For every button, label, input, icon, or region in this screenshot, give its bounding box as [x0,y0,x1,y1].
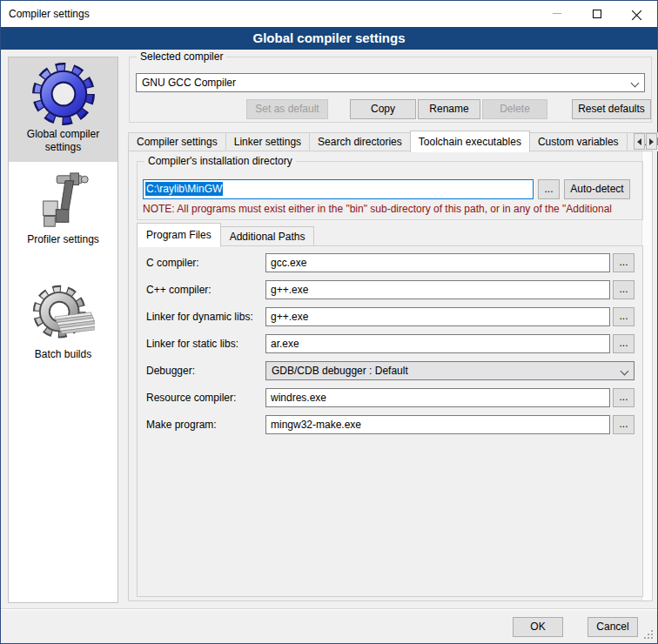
minimize-button[interactable] [537,1,577,26]
auto-detect-button[interactable]: Auto-detect [564,179,630,199]
linker-static-input[interactable] [265,334,610,353]
set-as-default-button[interactable]: Set as default [246,99,328,119]
toolchain-executables-page: Compiler's installation directory C:\ray… [128,151,653,601]
ok-button[interactable]: OK [513,617,563,637]
window-title: Compiler settings [9,1,90,27]
linker-dynamic-input[interactable] [265,307,610,326]
selected-text: C:\raylib\MinGW [145,182,223,196]
debugger-select[interactable]: GDB/CDB debugger : Default [265,361,634,380]
maximize-button[interactable] [577,1,617,26]
footer-separator-highlight [1,609,657,610]
sidebar-item-label: Global compiler settings [16,128,111,154]
delete-button[interactable]: Delete [482,99,547,119]
cancel-button[interactable]: Cancel [588,617,638,637]
batch-gear-icon [9,284,118,346]
compiler-select-value: GNU GCC Compiler [142,77,236,89]
minimize-icon [553,13,561,14]
debugger-select-value: GDB/CDB debugger : Default [272,365,408,377]
compiler-settings-dialog: Compiler settings Global compiler settin… [0,0,658,644]
field-row-resource-compiler: Resource compiler: ... [138,388,642,407]
group-label: Selected compiler [137,50,226,63]
dialog-header: Global compiler settings [1,27,657,50]
browse-button[interactable]: ... [613,388,634,407]
tab-linker-settings[interactable]: Linker settings [225,132,310,151]
resize-grip[interactable] [651,637,653,639]
blue-gear-icon [9,62,118,126]
make-program-input[interactable] [265,415,610,434]
tab-scroll-right-button[interactable] [646,133,657,150]
reset-defaults-button[interactable]: Reset defaults [572,99,651,119]
field-label: Make program: [146,415,217,434]
sidebar-item-global-compiler-settings[interactable]: Global compiler settings [9,57,118,162]
field-row-linker-static: Linker for static libs: ... [138,334,642,353]
program-files-page: C compiler: ... C++ compiler: ... Linker… [137,245,643,597]
cpp-compiler-input[interactable] [265,280,610,299]
chevron-down-icon [621,367,629,376]
browse-button[interactable]: ... [613,253,634,272]
group-label: Compiler's installation directory [144,155,296,167]
tab-program-files[interactable]: Program Files [137,223,221,247]
field-label: Linker for static libs: [146,334,238,353]
browse-directory-button[interactable]: ... [538,179,560,199]
sidebar: Global compiler settings Profiler settin… [8,57,118,603]
close-button[interactable] [617,1,657,26]
settings-tabs: Compiler settings Linker settings Search… [128,131,658,151]
field-label: C compiler: [146,253,199,272]
field-row-make-program: Make program: ... [138,415,642,434]
tab-search-directories[interactable]: Search directories [309,132,411,151]
selected-compiler-group: Selected compiler GNU GCC Compiler Set a… [129,57,652,123]
chevron-down-icon [631,79,640,88]
c-compiler-input[interactable] [265,253,610,272]
compiler-select[interactable]: GNU GCC Compiler [136,73,645,92]
tab-toolchain-executables[interactable]: Toolchain executables [410,131,530,152]
caliper-icon [9,171,118,231]
field-row-debugger: Debugger: GDB/CDB debugger : Default [138,361,642,380]
maximize-icon [593,10,601,18]
tab-custom-variables[interactable]: Custom variables [529,132,628,151]
installation-directory-group: Compiler's installation directory C:\ray… [137,161,643,220]
field-row-linker-dynamic: Linker for dynamic libs: ... [138,307,642,326]
browse-button[interactable]: ... [613,334,634,353]
field-label: C++ compiler: [146,280,212,299]
browse-button[interactable]: ... [613,415,634,434]
browse-button[interactable]: ... [613,280,634,299]
tab-scroll-arrows [634,133,657,150]
compiler-buttons-row: Set as default Copy Rename Delete Reset … [130,99,651,119]
field-row-cpp-compiler: C++ compiler: ... [138,280,642,299]
copy-button[interactable]: Copy [350,99,416,119]
program-tabs: Program Files Additional Paths [137,221,314,246]
browse-button[interactable]: ... [613,307,634,326]
sidebar-item-batch-builds[interactable]: Batch builds [9,284,118,371]
rename-button[interactable]: Rename [418,99,480,119]
close-icon [632,9,642,19]
field-label: Resource compiler: [146,388,236,407]
tab-compiler-settings[interactable]: Compiler settings [128,132,226,151]
installation-directory-input[interactable]: C:\raylib\MinGW [143,179,534,199]
sidebar-item-label: Profiler settings [16,233,111,246]
titlebar: Compiler settings [1,1,657,27]
field-row-c-compiler: C compiler: ... [138,253,642,272]
tab-additional-paths[interactable]: Additional Paths [220,226,315,246]
resource-compiler-input[interactable] [265,388,610,407]
tab-scroll-left-button[interactable] [634,133,645,150]
right-arrow-icon [649,138,654,145]
sidebar-item-profiler-settings[interactable]: Profiler settings [9,171,118,259]
note-text: NOTE: All programs must exist either in … [143,203,639,215]
field-label: Debugger: [146,361,195,380]
field-label: Linker for dynamic libs: [146,307,253,326]
left-arrow-icon [637,138,641,145]
sidebar-item-label: Batch builds [16,348,111,361]
